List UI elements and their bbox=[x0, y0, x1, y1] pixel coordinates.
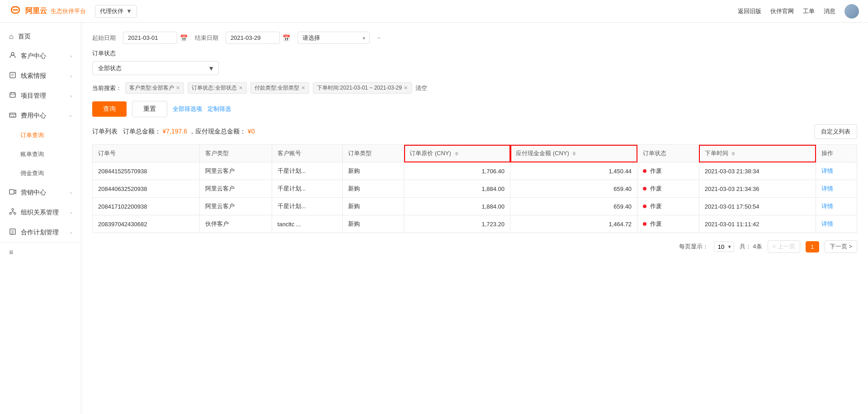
tag-payment-type-close[interactable]: ✕ bbox=[301, 85, 305, 91]
th-action: 操作 bbox=[816, 145, 857, 162]
clear-all-button[interactable]: 清空 bbox=[415, 84, 427, 92]
cell-order-time: 2021-03-01 17:50:54 bbox=[699, 198, 816, 215]
end-calendar-icon[interactable]: 📅 bbox=[283, 34, 290, 42]
customize-columns-button[interactable]: 自定义列表 bbox=[814, 124, 857, 139]
cell-cash-amount: 659.40 bbox=[510, 198, 637, 215]
custom-filter-link[interactable]: 定制筛选 bbox=[208, 105, 231, 113]
nav-link-return[interactable]: 返回旧版 bbox=[738, 7, 761, 15]
tag-order-time-close[interactable]: ✕ bbox=[404, 85, 408, 91]
sidebar-label-project: 项目管理 bbox=[21, 92, 46, 100]
current-page[interactable]: 1 bbox=[806, 241, 819, 252]
sidebar-item-customer[interactable]: 客户中心 › bbox=[0, 46, 81, 66]
status-dot bbox=[643, 169, 646, 173]
cell-order-status: 作废 bbox=[637, 162, 699, 180]
aliyun-logo-icon bbox=[9, 5, 22, 17]
tag-payment-type: 付款类型:全部类型 ✕ bbox=[250, 82, 309, 94]
sort-down-icon bbox=[455, 154, 458, 156]
cell-order-status: 作废 bbox=[637, 215, 699, 233]
cell-original-price: 1,706.40 bbox=[404, 162, 510, 180]
tag-customer-type: 客户类型:全部客户 ✕ bbox=[125, 82, 184, 94]
table-row: 208441525570938 阿里云客户 千星计划... 新购 1,706.4… bbox=[93, 162, 857, 180]
detail-link-button[interactable]: 详情 bbox=[821, 185, 833, 193]
next-page-button[interactable]: 下一页 > bbox=[825, 240, 857, 253]
nav-link-partner[interactable]: 伙伴官网 bbox=[770, 7, 794, 15]
cell-cash-amount: 1,450.44 bbox=[510, 162, 637, 180]
sidebar-item-home[interactable]: ⌂ 首页 bbox=[0, 27, 81, 46]
sidebar-item-commission[interactable]: 佣金查询 bbox=[0, 164, 81, 183]
partner-select[interactable]: 请选择 bbox=[297, 32, 370, 44]
start-calendar-icon[interactable]: 📅 bbox=[180, 34, 188, 42]
sidebar-item-finance[interactable]: 费用中心 › bbox=[0, 106, 81, 126]
total-amount-label: 订单总金额： bbox=[123, 128, 161, 135]
cell-order-type: 新购 bbox=[342, 198, 404, 215]
svg-rect-4 bbox=[9, 190, 14, 194]
leads-arrow-icon: › bbox=[70, 73, 72, 79]
role-selector[interactable]: 代理伙伴 ▼ bbox=[95, 5, 137, 18]
svg-rect-1 bbox=[10, 72, 15, 78]
pagination-row: 每页显示： 10 20 50 ▼ 共： 4条 < 上一页 1 下一页 > bbox=[92, 240, 857, 253]
th-order-time[interactable]: 下单时间 bbox=[699, 145, 816, 162]
sidebar-item-project[interactable]: 项目管理 › bbox=[0, 86, 81, 106]
table-title-text: 订单列表 bbox=[92, 128, 118, 135]
sidebar-label-leads: 线索情报 bbox=[21, 72, 46, 80]
th-original-price[interactable]: 订单原价 (CNY) bbox=[404, 145, 510, 162]
sidebar-item-leads[interactable]: 线索情报 › bbox=[0, 66, 81, 86]
leads-icon bbox=[9, 71, 16, 81]
sidebar-collapse-button[interactable]: ≡ bbox=[0, 243, 81, 262]
cell-order-time: 2021-03-03 21:38:34 bbox=[699, 162, 816, 180]
cash-amount-label: ，应付现金总金额： bbox=[189, 128, 246, 135]
cell-action: 详情 bbox=[816, 180, 857, 198]
svg-point-0 bbox=[11, 52, 14, 55]
table-header-row: 订单列表 订单总金额： ¥7,197.6 ，应付现金总金额： ¥0 自定义列表 bbox=[92, 124, 857, 139]
partner-plan-arrow-icon: › bbox=[70, 230, 72, 235]
tag-order-status-close[interactable]: ✕ bbox=[239, 85, 243, 91]
data-table: 订单号 客户类型 客户账号 订单类型 订单原价 (CNY) 应付现 bbox=[92, 144, 857, 233]
nav-link-workorder[interactable]: 工单 bbox=[803, 7, 815, 15]
sidebar-item-marketing[interactable]: 营销中心 › bbox=[0, 183, 81, 203]
start-date-input[interactable] bbox=[123, 32, 177, 44]
all-filters-link[interactable]: 全部筛选项 bbox=[173, 105, 202, 113]
sort-order-time-icon bbox=[731, 152, 735, 156]
end-date-input[interactable] bbox=[226, 32, 280, 44]
cell-order-no: 208397042430682 bbox=[93, 215, 200, 233]
logo-text: 阿里云 bbox=[25, 6, 47, 16]
prev-page-button[interactable]: < 上一页 bbox=[768, 240, 800, 253]
marketing-icon bbox=[9, 188, 16, 197]
table-row: 208440632520938 阿里云客户 千星计划... 新购 1,884.0… bbox=[93, 180, 857, 198]
role-label: 代理伙伴 bbox=[100, 7, 123, 15]
th-cash-amount[interactable]: 应付现金金额 (CNY) bbox=[510, 145, 637, 162]
nav-link-message[interactable]: 消息 bbox=[824, 7, 835, 15]
platform-text: 生态伙伴平台 bbox=[51, 7, 86, 15]
cell-cash-amount: 1,464.72 bbox=[510, 215, 637, 233]
sidebar-item-org[interactable]: 组织关系管理 › bbox=[0, 203, 81, 223]
total-amount-value: ¥7,197.6 bbox=[163, 128, 188, 135]
sort-down-icon3 bbox=[731, 154, 735, 156]
finance-arrow-icon: › bbox=[68, 115, 74, 117]
page-size-select[interactable]: 10 20 50 bbox=[714, 242, 734, 252]
detail-link-button[interactable]: 详情 bbox=[821, 202, 833, 210]
cell-customer-type: 阿里云客户 bbox=[199, 162, 272, 180]
query-button[interactable]: 查询 bbox=[92, 101, 127, 117]
tag-customer-type-close[interactable]: ✕ bbox=[176, 85, 180, 91]
sort-up-icon bbox=[455, 152, 458, 153]
total-count: 4条 bbox=[753, 243, 762, 250]
th-order-no: 订单号 bbox=[93, 145, 200, 162]
search-tags-label: 当前搜索： bbox=[92, 84, 122, 92]
partner-select-wrapper: 请选择 ▼ bbox=[297, 32, 370, 44]
cell-action: 详情 bbox=[816, 198, 857, 215]
sidebar-item-billing[interactable]: 账单查询 bbox=[0, 145, 81, 164]
cell-order-status: 作废 bbox=[637, 180, 699, 198]
svg-point-7 bbox=[14, 213, 16, 214]
sidebar-item-partner-plan[interactable]: 合作计划管理 › bbox=[0, 223, 81, 243]
cell-order-type: 新购 bbox=[342, 180, 404, 198]
sidebar-item-order[interactable]: 订单查询 bbox=[0, 126, 81, 145]
order-status-select[interactable]: 全部状态 bbox=[92, 61, 219, 75]
cell-action: 详情 bbox=[816, 215, 857, 233]
avatar[interactable] bbox=[844, 4, 859, 19]
detail-link-button[interactable]: 详情 bbox=[821, 220, 833, 228]
sort-up-icon2 bbox=[572, 152, 576, 153]
project-icon bbox=[9, 91, 16, 100]
reset-button[interactable]: 重置 bbox=[132, 101, 167, 117]
sidebar-label-home: 首页 bbox=[18, 33, 31, 41]
detail-link-button[interactable]: 详情 bbox=[821, 167, 833, 175]
